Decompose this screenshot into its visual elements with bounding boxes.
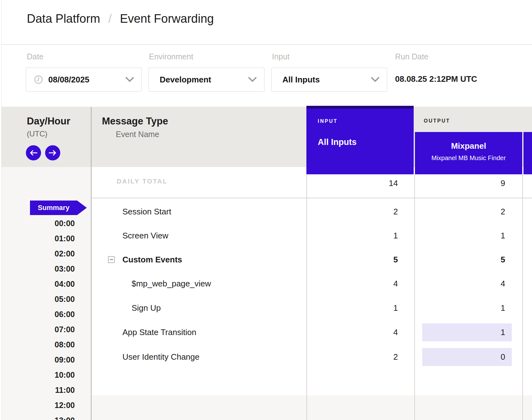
breadcrumb-data-platform[interactable]: Data Platform [27, 12, 100, 26]
output-columns-divider-line [522, 174, 523, 420]
row-input-mp-web-page-view: 4 [306, 278, 398, 289]
run-date-value: 08.08.25 2:12PM UTC [395, 73, 477, 85]
rail-column-divider [91, 107, 92, 420]
row-output-session-start: 2 [415, 206, 505, 217]
row-output-sign-up: 1 [415, 302, 505, 314]
hour-rail-item-08[interactable]: 08:00 [19, 340, 75, 349]
daily-total-output-value: 9 [415, 177, 505, 189]
hour-rail-item-03[interactable]: 03:00 [19, 264, 75, 273]
mixpanel-column-title: Mixpanel [415, 141, 522, 151]
table-footer-area [92, 395, 532, 420]
row-output-screen-view: 1 [415, 230, 505, 241]
hour-rail-item-12[interactable]: 12:00 [19, 400, 75, 410]
row-label-user-identity-change: User Identity Change [122, 351, 199, 363]
daily-total-label: DAILY TOTAL [117, 178, 168, 185]
row-label-screen-view: Screen View [122, 230, 168, 241]
clock-icon [34, 75, 43, 84]
row-label-session-start: Session Start [122, 206, 171, 217]
run-date-label: Run Date [395, 52, 429, 61]
hour-rail-item-07[interactable]: 07:00 [19, 325, 75, 334]
next-output-column-header-partial [523, 132, 532, 174]
hour-rail-item-04[interactable]: 04:00 [19, 279, 75, 289]
row-input-app-state-transition: 4 [306, 327, 398, 338]
row-output-mp-web-page-view: 4 [415, 278, 505, 289]
input-column-name: All Inputs [318, 137, 357, 147]
row-label-sign-up: Sign Up [132, 302, 161, 314]
mixpanel-column-header: Mixpanel Mixpanel MB Music Finder [415, 132, 522, 174]
chevron-down-icon [126, 77, 134, 82]
row-input-sign-up: 1 [306, 302, 398, 314]
hour-rail-item-09[interactable]: 09:00 [19, 355, 75, 364]
hour-rail-item-02[interactable]: 02:00 [19, 249, 75, 258]
input-column-selected-stripe [306, 106, 414, 109]
hour-rail-item-01[interactable]: 01:00 [19, 234, 75, 243]
hour-rail-summary-selected[interactable]: Summary [30, 201, 87, 215]
event-name-subtitle: Event Name [116, 130, 159, 139]
row-label-mp-web-page-view: $mp_web_page_view [132, 278, 211, 289]
arrow-left-icon [29, 150, 38, 156]
environment-label: Environment [149, 52, 193, 61]
row-input-custom-events: 5 [306, 254, 398, 265]
row-output-app-state-transition: 1 [415, 327, 505, 338]
collapse-custom-events-icon[interactable] [108, 256, 115, 263]
hour-rail-item-05[interactable]: 05:00 [19, 294, 75, 304]
mixpanel-column-subtitle: Mixpanel MB Music Finder [415, 154, 522, 162]
hour-rail-item-06[interactable]: 06:00 [19, 309, 75, 319]
hour-rail-item-00[interactable]: 00:00 [19, 219, 75, 228]
output-group-label: OUTPUT [424, 118, 450, 124]
breadcrumb: Data Platform / Event Forwarding [27, 12, 214, 26]
hour-rail-item-11[interactable]: 11:00 [19, 385, 75, 395]
row-output-user-identity-change: 0 [415, 351, 505, 363]
day-hour-title: Day/Hour [27, 116, 70, 127]
previous-day-button[interactable] [26, 145, 41, 160]
date-value: 08/08/2025 [48, 75, 89, 85]
input-label: Input [272, 52, 290, 61]
chevron-down-icon [248, 77, 257, 82]
input-dropdown[interactable]: All Inputs [271, 68, 387, 92]
row-label-app-state-transition: App State Transition [122, 327, 196, 338]
day-hour-subtitle: (UTC) [27, 129, 47, 138]
breadcrumb-separator: / [108, 12, 112, 26]
message-type-title: Message Type [102, 116, 168, 127]
row-input-session-start: 2 [306, 206, 398, 217]
input-column-header: INPUT All Inputs [306, 106, 414, 174]
hour-rail-item-10[interactable]: 10:00 [19, 370, 75, 380]
daily-total-input-value: 14 [306, 177, 398, 189]
environment-value: Development [160, 75, 211, 85]
breadcrumb-event-forwarding: Event Forwarding [120, 12, 214, 26]
hour-rail-item-13[interactable]: 13:00 [19, 416, 75, 420]
input-value: All Inputs [282, 75, 320, 85]
chevron-down-icon [371, 77, 379, 82]
next-day-button[interactable] [45, 145, 60, 160]
input-group-label: INPUT [318, 118, 338, 124]
arrow-right-icon [49, 150, 57, 156]
date-dropdown[interactable]: 08/08/2025 [26, 68, 142, 92]
date-label: Date [27, 52, 44, 61]
topbar-divider [2, 44, 532, 45]
row-label-custom-events: Custom Events [122, 254, 182, 265]
row-output-custom-events: 5 [415, 254, 505, 265]
row-input-screen-view: 1 [306, 230, 398, 241]
event-forwarding-page: Data Platform / Event Forwarding Date En… [0, 0, 532, 420]
daily-total-divider-line [92, 198, 532, 198]
environment-dropdown[interactable]: Development [149, 68, 264, 92]
row-input-user-identity-change: 2 [306, 351, 398, 363]
